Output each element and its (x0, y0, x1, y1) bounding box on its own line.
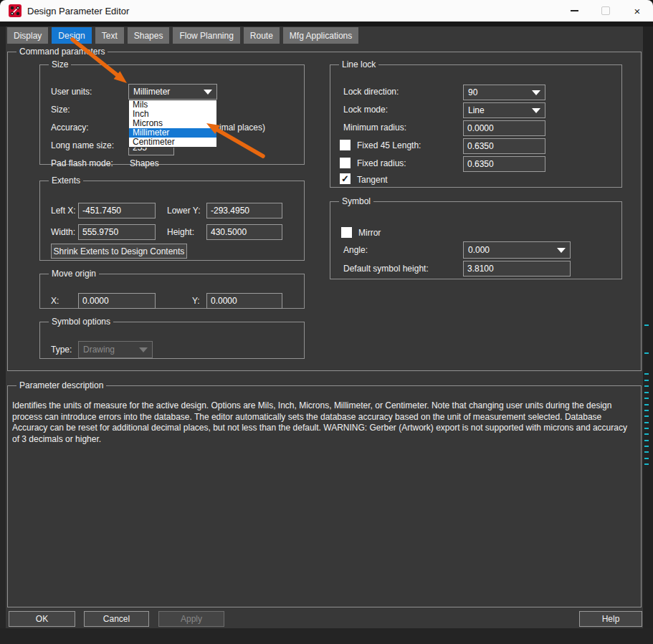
symbol-options-group-label: Symbol options (49, 317, 113, 327)
accuracy-label: Accuracy: (51, 122, 89, 133)
chevron-down-icon (532, 108, 540, 113)
minimize-button[interactable] (558, 0, 590, 21)
move-origin-x-input[interactable] (78, 293, 156, 309)
cancel-button[interactable]: Cancel (84, 611, 149, 627)
scroll-tick-mark (644, 463, 649, 465)
extents-group-label: Extents (49, 176, 83, 186)
fixed-45-length-label: Fixed 45 Length: (357, 140, 421, 150)
scroll-tick-mark (644, 352, 649, 354)
tab-route[interactable]: Route (244, 27, 280, 44)
mirror-checkbox[interactable] (341, 227, 352, 238)
app-icon (9, 4, 22, 17)
tangent-label: Tangent (357, 175, 388, 185)
window-left-edge (0, 27, 6, 628)
close-icon: × (634, 6, 641, 16)
chevron-down-icon (557, 248, 566, 253)
scroll-tick-mark (644, 380, 649, 381)
long-name-size-label: Long name size: (51, 140, 114, 150)
scroll-tick-mark (644, 410, 649, 411)
left-x-input[interactable] (78, 203, 156, 218)
left-x-label: Left X: (51, 206, 76, 216)
window-title: Design Parameter Editor (27, 6, 129, 16)
scroll-tick-mark (644, 428, 649, 429)
scroll-tick-mark (644, 446, 649, 447)
move-origin-group-label: Move origin (49, 269, 99, 279)
scroll-tick-mark (644, 458, 649, 459)
scroll-tick-mark (644, 433, 649, 435)
window-right-edge (643, 27, 653, 628)
width-input[interactable] (78, 224, 156, 240)
window-frame-strip (0, 21, 653, 27)
tab-shapes[interactable]: Shapes (128, 27, 170, 44)
extents-group: Extents Left X: Lower Y: Width: Height: … (39, 176, 305, 261)
height-label: Height: (167, 227, 194, 237)
width-label: Width: (51, 227, 75, 237)
scroll-tick-mark (644, 404, 649, 405)
lock-mode-value: Line (468, 105, 485, 115)
move-origin-group: Move origin X: Y: (39, 269, 305, 309)
fixed-radius-label: Fixed radius: (357, 158, 406, 168)
size-group-label: Size (49, 59, 71, 69)
angle-combobox[interactable]: 0.000 (463, 241, 571, 259)
parameter-description-group: Parameter description Identifies the uni… (7, 380, 642, 607)
tab-mfg-applications[interactable]: Mfg Applications (283, 27, 358, 44)
shrink-extents-button[interactable]: Shrink Extents to Design Contents (51, 244, 187, 259)
move-origin-y-label: Y: (192, 296, 200, 306)
lock-mode-label: Lock mode: (343, 105, 388, 115)
minimize-icon (571, 10, 578, 11)
scroll-tick-mark (644, 422, 649, 423)
lower-y-input[interactable] (206, 203, 282, 218)
line-lock-group: Line lock Lock direction: 90 Lock mode: … (330, 59, 622, 188)
user-units-combobox[interactable]: Millimeter (128, 84, 217, 100)
fixed-radius-checkbox[interactable] (340, 158, 351, 168)
scroll-tick-mark (644, 392, 649, 393)
accuracy-units-text: imal places) (219, 122, 265, 133)
scroll-tick-mark (644, 325, 649, 326)
chevron-down-icon (204, 90, 212, 95)
scroll-tick-mark (644, 451, 649, 453)
size-label: Size: (51, 105, 70, 115)
design-parameter-editor-window: Design Parameter Editor × Display Design… (0, 0, 653, 644)
height-input[interactable] (206, 224, 282, 240)
maximize-icon (601, 6, 610, 15)
fixed-45-length-checkbox[interactable] (340, 140, 351, 150)
dropdown-option-centimeter[interactable]: Centimeter (129, 138, 216, 147)
lock-direction-value: 90 (468, 87, 477, 97)
tab-display[interactable]: Display (7, 27, 48, 44)
minimum-radius-label: Minimum radius: (343, 122, 406, 133)
line-lock-group-label: Line lock (339, 59, 378, 69)
size-group: Size User units: Millimeter Size: Accura… (39, 59, 305, 165)
scroll-tick-mark (644, 373, 649, 375)
tab-text[interactable]: Text (95, 27, 124, 44)
maximize-button[interactable] (590, 0, 621, 21)
move-origin-x-label: X: (51, 296, 59, 306)
title-bar: Design Parameter Editor × (0, 0, 653, 21)
symbol-type-label: Type: (51, 345, 72, 355)
minimum-radius-input[interactable] (463, 120, 545, 136)
fixed-radius-input[interactable] (463, 156, 545, 172)
pad-flash-mode-value: Shapes (130, 158, 159, 168)
tangent-checkbox[interactable] (340, 173, 351, 184)
help-button[interactable]: Help (579, 611, 642, 627)
symbol-group-label: Symbol (339, 196, 373, 206)
tab-design[interactable]: Design (52, 27, 91, 44)
default-symbol-height-label: Default symbol height: (343, 264, 429, 274)
user-units-dropdown-list: Mils Inch Microns Millimeter Centimeter (128, 100, 217, 148)
lock-mode-combobox[interactable]: Line (463, 102, 545, 118)
tab-flow-planning[interactable]: Flow Planning (173, 27, 239, 44)
user-units-label: User units: (51, 87, 92, 97)
chevron-down-icon (139, 347, 148, 352)
default-symbol-height-input[interactable] (463, 261, 571, 277)
fixed-45-length-input[interactable] (463, 138, 545, 154)
scroll-tick-mark (644, 440, 649, 441)
lock-direction-label: Lock direction: (343, 87, 399, 97)
symbol-type-value: Drawing (83, 345, 115, 355)
symbol-options-group: Symbol options Type: Drawing (39, 317, 305, 359)
parameter-description-label: Parameter description (16, 380, 106, 390)
user-units-value: Millimeter (133, 87, 170, 97)
ok-button[interactable]: OK (9, 611, 75, 627)
close-button[interactable]: × (621, 0, 653, 21)
mirror-label: Mirror (358, 228, 381, 238)
move-origin-y-input[interactable] (206, 293, 282, 309)
lock-direction-combobox[interactable]: 90 (463, 85, 545, 100)
